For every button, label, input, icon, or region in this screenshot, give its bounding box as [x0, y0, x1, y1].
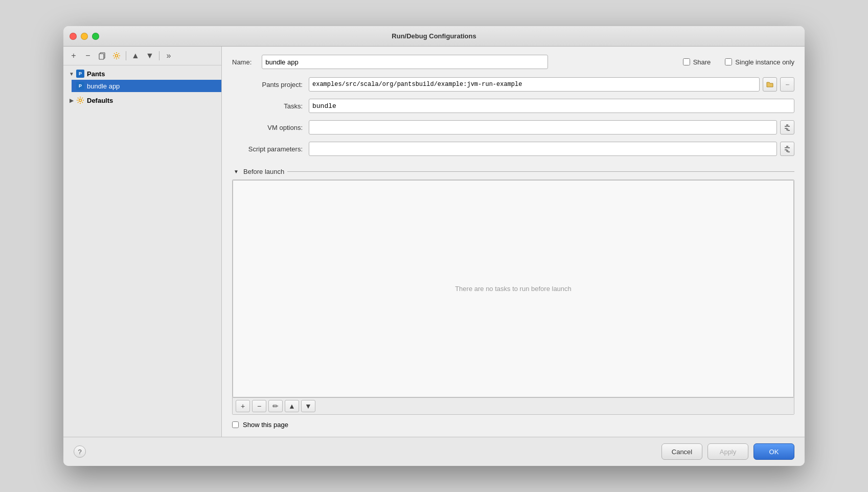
defaults-icon: [76, 96, 85, 105]
launch-up-button[interactable]: ▲: [285, 400, 299, 412]
tree-group-pants-label: Pants: [87, 70, 105, 78]
gear-icon: [112, 52, 121, 60]
expand-icon-2: [784, 145, 791, 152]
copy-icon: [98, 52, 106, 60]
footer-buttons: Cancel Apply OK: [661, 443, 794, 460]
dialog-body: + − ▲ ▼ »: [63, 47, 805, 437]
launch-add-button[interactable]: +: [236, 400, 250, 412]
name-label: Name:: [232, 58, 256, 66]
window-controls: [70, 33, 99, 40]
dialog-title: Run/Debug Configurations: [392, 32, 476, 40]
show-page-label: Show this page: [243, 421, 288, 429]
before-launch-header: ▼ Before launch: [232, 167, 794, 175]
toolbar-divider-2: [159, 51, 159, 60]
vm-options-row: VM options:: [232, 120, 794, 135]
pants-project-browse-button[interactable]: [763, 77, 777, 92]
launch-edit-button[interactable]: ✏: [268, 400, 283, 412]
launch-toolbar: + − ✏ ▲ ▼: [233, 397, 794, 414]
vm-options-input-wrap: [309, 120, 794, 135]
tree-arrow-defaults: ▶: [67, 96, 76, 104]
script-params-expand-button[interactable]: [780, 142, 794, 156]
name-input[interactable]: [262, 55, 548, 69]
before-launch-section: ▼ Before launch There are no tasks to ru…: [232, 167, 794, 429]
config-tree: ▼ P Pants P bundle app ▶: [63, 65, 221, 437]
tasks-input-wrap: [309, 99, 794, 113]
bundle-app-icon: P: [76, 81, 85, 91]
pants-project-more-button[interactable]: ···: [780, 77, 794, 92]
script-params-label: Script parameters:: [232, 145, 309, 153]
before-launch-title: Before launch: [243, 168, 284, 175]
more-button[interactable]: »: [163, 50, 175, 62]
left-panel: + − ▲ ▼ »: [63, 47, 222, 437]
maximize-button[interactable]: [92, 33, 99, 40]
launch-down-button[interactable]: ▼: [301, 400, 315, 412]
share-group: Share: [683, 58, 711, 66]
tasks-input[interactable]: [309, 99, 794, 113]
tree-group-pants[interactable]: ▼ P Pants: [63, 68, 221, 80]
pants-group-icon: P: [76, 69, 85, 78]
tree-group-defaults-label: Defaults: [87, 97, 113, 104]
left-toolbar: + − ▲ ▼ »: [63, 47, 221, 65]
remove-config-button[interactable]: −: [82, 50, 94, 62]
launch-empty-message: There are no tasks to run before launch: [455, 285, 572, 293]
share-label: Share: [693, 58, 711, 66]
svg-point-2: [116, 55, 118, 57]
apply-button[interactable]: Apply: [707, 443, 748, 460]
show-page-checkbox[interactable]: [232, 421, 239, 428]
add-config-button[interactable]: +: [67, 50, 80, 62]
collapse-before-launch-button[interactable]: ▼: [232, 167, 240, 175]
tree-item-bundle-app-label: bundle app: [87, 82, 120, 90]
share-checkbox[interactable]: [683, 58, 690, 65]
launch-remove-button[interactable]: −: [252, 400, 266, 412]
pants-project-input[interactable]: [309, 77, 760, 92]
tree-group-defaults[interactable]: ▶ Defaults: [63, 94, 221, 106]
single-instance-label: Single instance only: [735, 58, 794, 66]
script-params-row: Script parameters:: [232, 142, 794, 156]
right-panel: Name: Share Single instance only Pants p…: [222, 47, 805, 437]
folder-icon: [766, 81, 773, 88]
expand-icon: [784, 124, 791, 131]
before-launch-area: There are no tasks to run before launch: [233, 180, 794, 397]
tree-children-pants: P bundle app: [63, 80, 221, 92]
vm-options-expand-button[interactable]: [780, 120, 794, 135]
run-debug-config-dialog: Run/Debug Configurations + −: [63, 26, 805, 466]
title-bar: Run/Debug Configurations: [63, 26, 805, 47]
single-instance-group: Single instance only: [725, 58, 794, 66]
pants-project-row: Pants project: ···: [232, 77, 794, 92]
tree-arrow-pants: ▼: [67, 70, 76, 78]
dialog-footer: ? Cancel Apply OK: [63, 437, 805, 466]
pants-project-input-wrap: ···: [309, 77, 794, 92]
copy-config-button[interactable]: [96, 50, 108, 62]
ok-button[interactable]: OK: [753, 443, 794, 460]
vm-options-input[interactable]: [309, 120, 777, 135]
move-up-button[interactable]: ▲: [129, 50, 142, 62]
close-button[interactable]: [70, 33, 77, 40]
tasks-row: Tasks:: [232, 99, 794, 113]
cancel-button[interactable]: Cancel: [661, 443, 702, 460]
gear-defaults-icon: [76, 96, 84, 104]
script-params-input-wrap: [309, 142, 794, 156]
script-params-input[interactable]: [309, 142, 777, 156]
more-dots-icon: ···: [785, 81, 789, 88]
move-down-button[interactable]: ▼: [144, 50, 156, 62]
vm-options-label: VM options:: [232, 124, 309, 131]
toolbar-divider: [126, 51, 126, 60]
launch-container: There are no tasks to run before launch …: [232, 180, 794, 415]
pants-project-label: Pants project:: [232, 81, 309, 88]
tasks-label: Tasks:: [232, 102, 309, 110]
show-page-row: Show this page: [232, 421, 794, 429]
single-instance-checkbox[interactable]: [725, 58, 732, 65]
tree-item-bundle-app[interactable]: P bundle app: [72, 80, 221, 92]
gear-config-button[interactable]: [110, 50, 123, 62]
svg-rect-1: [99, 54, 104, 59]
section-divider: [287, 171, 794, 172]
header-row: Name: Share Single instance only: [232, 55, 794, 69]
svg-point-3: [79, 99, 82, 102]
help-button[interactable]: ?: [74, 445, 86, 458]
minimize-button[interactable]: [81, 33, 88, 40]
